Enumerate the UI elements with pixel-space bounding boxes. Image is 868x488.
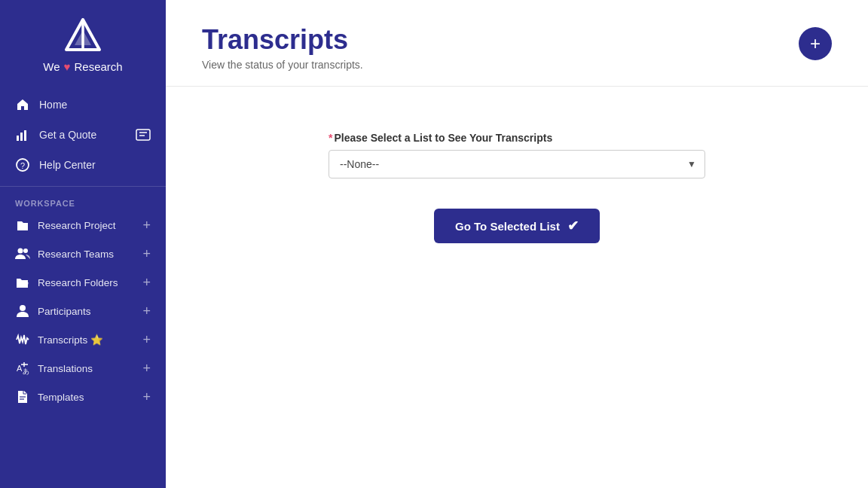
sidebar-item-research-folders[interactable]: Research Folders + bbox=[0, 268, 166, 297]
field-label: *Please Select a List to See Your Transc… bbox=[329, 132, 552, 144]
page-header: Transcripts View the status of your tran… bbox=[166, 0, 868, 87]
brand-name: We ♥ Research bbox=[43, 60, 122, 73]
svg-text:あ: あ bbox=[23, 368, 29, 375]
transcript-form: *Please Select a List to See Your Transc… bbox=[329, 132, 705, 243]
required-star: * bbox=[329, 132, 332, 144]
go-to-selected-list-button[interactable]: Go To Selected List ✔ bbox=[434, 209, 600, 243]
sidebar: We ♥ Research Home Get a Quote ? Help C bbox=[0, 0, 166, 488]
person-icon bbox=[15, 303, 30, 319]
people-icon bbox=[15, 246, 30, 261]
chart-icon bbox=[15, 127, 30, 142]
participants-add-button[interactable]: + bbox=[142, 304, 151, 318]
research-teams-add-button[interactable]: + bbox=[142, 247, 151, 261]
svg-point-14 bbox=[20, 305, 26, 311]
sidebar-item-participants[interactable]: Participants + bbox=[0, 297, 166, 325]
quote-icon bbox=[136, 129, 151, 141]
top-nav: Home Get a Quote ? Help Center bbox=[0, 84, 166, 187]
transcripts-add-button[interactable]: + bbox=[142, 333, 151, 346]
workspace-label: WORKSPACE bbox=[0, 190, 166, 211]
logo-area: We ♥ Research bbox=[0, 0, 166, 81]
folder-open-icon bbox=[15, 275, 30, 290]
sidebar-item-research-project[interactable]: Research Project + bbox=[0, 211, 166, 239]
research-folders-add-button[interactable]: + bbox=[142, 276, 151, 289]
svg-rect-7 bbox=[136, 130, 150, 140]
heart-icon: ♥ bbox=[64, 60, 71, 73]
page-title: Transcripts bbox=[202, 24, 363, 56]
sidebar-item-get-a-quote[interactable]: Get a Quote bbox=[0, 120, 166, 150]
list-select-wrapper: --None-- ▼ bbox=[329, 150, 705, 178]
svg-rect-4 bbox=[20, 133, 23, 141]
svg-rect-5 bbox=[24, 130, 26, 141]
list-select[interactable]: --None-- bbox=[329, 150, 705, 178]
app-logo bbox=[63, 17, 102, 56]
sidebar-item-translations[interactable]: Aあ Translations + bbox=[0, 354, 166, 383]
sidebar-item-research-teams[interactable]: Research Teams + bbox=[0, 239, 166, 268]
question-icon: ? bbox=[15, 157, 30, 172]
page-subtitle: View the status of your transcripts. bbox=[202, 59, 363, 71]
svg-text:?: ? bbox=[20, 161, 25, 170]
sidebar-item-home[interactable]: Home bbox=[0, 90, 166, 120]
svg-point-13 bbox=[23, 249, 28, 253]
checkmark-icon: ✔ bbox=[567, 218, 579, 234]
svg-text:A: A bbox=[17, 364, 23, 373]
svg-point-12 bbox=[18, 249, 23, 254]
research-project-add-button[interactable]: + bbox=[142, 218, 151, 232]
sidebar-item-help-center[interactable]: ? Help Center bbox=[0, 150, 166, 180]
folder-icon bbox=[15, 218, 30, 233]
sidebar-item-templates[interactable]: Templates + bbox=[0, 383, 166, 411]
header-text: Transcripts View the status of your tran… bbox=[202, 24, 363, 71]
main-content: Transcripts View the status of your tran… bbox=[166, 0, 868, 488]
workspace-nav: WORKSPACE Research Project + Research Te… bbox=[0, 190, 166, 488]
templates-add-button[interactable]: + bbox=[142, 390, 151, 404]
home-icon bbox=[15, 97, 30, 112]
main-body: *Please Select a List to See Your Transc… bbox=[166, 87, 868, 288]
add-transcript-button[interactable]: + bbox=[799, 27, 832, 60]
svg-rect-3 bbox=[17, 136, 19, 141]
file-icon bbox=[15, 389, 30, 404]
translate-icon: Aあ bbox=[15, 361, 30, 376]
translations-add-button[interactable]: + bbox=[142, 361, 151, 375]
sidebar-item-transcripts[interactable]: Transcripts ⭐ + bbox=[0, 325, 166, 354]
waveform-icon bbox=[15, 332, 30, 347]
